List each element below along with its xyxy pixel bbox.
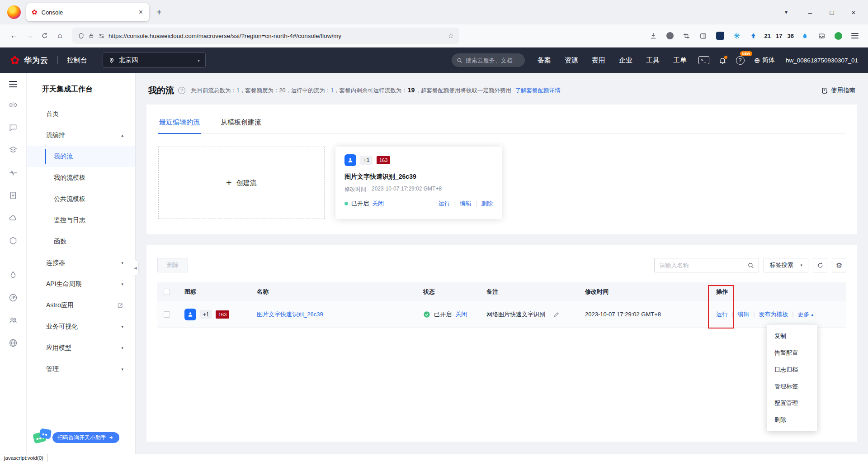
menu-resources[interactable]: 资源 (565, 56, 578, 65)
tab-list-chevron-icon[interactable]: ▾ (785, 9, 788, 15)
sidebar-item-my-templates[interactable]: 我的流模板 (27, 167, 135, 188)
hamburger-menu-icon[interactable] (9, 81, 17, 87)
window-minimize-button[interactable]: – (799, 3, 821, 21)
monitor-pulse-icon[interactable] (8, 168, 18, 178)
url-input[interactable] (108, 33, 444, 39)
adblock-extension-icon[interactable] (831, 29, 845, 43)
tag-search-button[interactable]: 标签搜索 ▾ (764, 258, 808, 272)
reader-panel-icon[interactable] (697, 29, 710, 43)
account-badge-icon[interactable] (663, 29, 677, 43)
sidebar-item-connectors[interactable]: 连接器 ▾ (27, 252, 135, 273)
row-run-link[interactable]: 运行 (716, 310, 728, 319)
sidebar-collapse-handle[interactable]: ◀ (132, 260, 139, 276)
notification-bell-icon[interactable] (719, 57, 726, 64)
forward-button[interactable]: → (22, 28, 37, 43)
select-all-checkbox[interactable] (164, 289, 170, 295)
help-icon[interactable]: ? NEW (736, 56, 745, 65)
cloud-search-box[interactable] (452, 53, 525, 67)
users-service-icon[interactable] (8, 315, 18, 325)
address-bar[interactable]: ☆ (72, 28, 459, 44)
refresh-button[interactable] (813, 258, 827, 272)
quota-detail-link[interactable]: 了解套餐配额详情 (515, 87, 560, 94)
globe-service-icon[interactable] (8, 338, 18, 348)
tracking-shield-icon[interactable] (78, 33, 85, 39)
card-run-link[interactable]: 运行 (439, 200, 450, 208)
gateway-service-icon[interactable] (8, 100, 18, 110)
card-delete-link[interactable]: 删除 (481, 200, 493, 208)
sidebar-item-biz-visual[interactable]: 业务可视化 ▾ (27, 316, 135, 337)
account-username[interactable]: hw_008618750930307_01 (786, 57, 858, 64)
sidebar-item-astro[interactable]: Astro应用 (27, 295, 135, 316)
bookmark-star-icon[interactable]: ☆ (448, 32, 454, 40)
sidebar-item-my-flows[interactable]: 我的流 (27, 146, 135, 167)
name-search-input[interactable] (659, 262, 747, 269)
screenshot-crop-icon[interactable] (680, 29, 693, 43)
dropdown-item-config-manage[interactable]: 配置管理 (767, 395, 817, 411)
dropdown-item-manage-tags[interactable]: 管理标签 (767, 378, 817, 395)
hexagon-service-icon[interactable] (8, 236, 18, 246)
flow-name[interactable]: 图片文字快速识别_26c39 (344, 173, 493, 181)
sidebar-item-manage[interactable]: 管理 ▾ (27, 358, 135, 380)
assistant-chat-icon[interactable] (33, 428, 54, 447)
dropdown-item-alarm-config[interactable]: 告警配置 (767, 344, 817, 361)
dropdown-item-log-archive[interactable]: 日志归档 (767, 361, 817, 378)
menu-tools[interactable]: 工具 (646, 56, 660, 65)
row-publish-template-link[interactable]: 发布为模板 (759, 310, 788, 319)
toggle-off-link[interactable]: 关闭 (372, 200, 384, 208)
bulk-delete-button[interactable]: 删除 (157, 258, 188, 272)
firefox-logo-icon[interactable] (7, 5, 21, 19)
column-settings-button[interactable]: ⚙ (832, 258, 846, 272)
tab-close-icon[interactable]: × (138, 8, 144, 16)
huawei-logo-icon[interactable]: ✿ (10, 54, 19, 67)
layers-service-icon[interactable] (8, 145, 18, 155)
sidebar-item-monitor-logs[interactable]: 监控与日志 (27, 210, 135, 231)
extension-dark-icon[interactable] (713, 29, 727, 43)
page-help-icon[interactable]: ? (178, 87, 185, 94)
sidebar-item-public-templates[interactable]: 公共流模板 (27, 188, 135, 210)
browser-tab[interactable]: ✿ Console × (26, 3, 149, 21)
window-maximize-button[interactable]: □ (821, 3, 843, 21)
sidebar-group-flow[interactable]: 流编排 ▴ (27, 124, 135, 146)
assistant-pill[interactable]: 扫码咨询开天小助手 (52, 432, 119, 443)
row-toggle-off-link[interactable]: 关闭 (455, 310, 467, 319)
row-edit-link[interactable]: 编辑 (737, 310, 749, 319)
brand-name[interactable]: 华为云 (24, 55, 48, 66)
permissions-icon[interactable] (98, 33, 105, 39)
language-switcher[interactable]: ⊕ 简体 (754, 56, 775, 65)
flow-card[interactable]: +1 163 图片文字快速识别_26c39 修改时间 2023-10-07 17… (335, 147, 502, 219)
console-link[interactable]: 控制台 (67, 56, 87, 65)
drop-extension-icon[interactable] (798, 29, 811, 43)
name-search-box[interactable] (654, 258, 759, 272)
menu-tickets[interactable]: 工单 (673, 56, 687, 65)
row-flow-name-link[interactable]: 图片文字快速识别_26c39 (257, 310, 323, 319)
sidebar-item-home[interactable]: 首页 (27, 103, 135, 124)
row-checkbox[interactable] (164, 311, 170, 318)
region-selector[interactable]: 北京四 ▾ (103, 52, 206, 68)
tab-create-from-template[interactable]: 从模板创建流 (220, 114, 262, 133)
cloud-search-input[interactable] (466, 57, 520, 64)
downloads-icon[interactable] (646, 29, 660, 43)
create-flow-card[interactable]: + 创建流 (158, 147, 325, 219)
vpn-up-extension-icon[interactable] (747, 29, 760, 43)
chat-service-icon[interactable] (8, 123, 18, 133)
sidebar-item-api-lifecycle[interactable]: API生命周期 ▾ (27, 273, 135, 295)
menu-beian[interactable]: 备案 (538, 56, 551, 65)
notebook-service-icon[interactable] (8, 191, 18, 200)
row-more-link[interactable]: 更多 ▴ (797, 310, 813, 319)
menu-enterprise[interactable]: 企业 (619, 56, 632, 65)
lock-icon[interactable] (88, 33, 94, 39)
sidebar-item-functions[interactable]: 函数 (27, 231, 135, 252)
usage-guide-link[interactable]: 使用指南 (821, 86, 855, 95)
cloud-service-icon[interactable] (8, 213, 18, 223)
reload-button[interactable] (37, 28, 52, 43)
assistant-widget[interactable]: 扫码咨询开天小助手 (33, 428, 119, 447)
droplet-service-icon[interactable] (8, 270, 18, 280)
window-close-button[interactable]: × (843, 3, 864, 21)
snowflake-extension-icon[interactable] (730, 29, 744, 43)
dropdown-item-delete[interactable]: 删除 (767, 411, 817, 428)
tab-recent-flows[interactable]: 最近编辑的流 (158, 114, 201, 134)
card-edit-link[interactable]: 编辑 (460, 200, 472, 208)
sidebar-item-app-model[interactable]: 应用模型 ▾ (27, 337, 135, 358)
menu-billing[interactable]: 费用 (592, 56, 605, 65)
new-tab-button[interactable]: + (156, 7, 162, 18)
